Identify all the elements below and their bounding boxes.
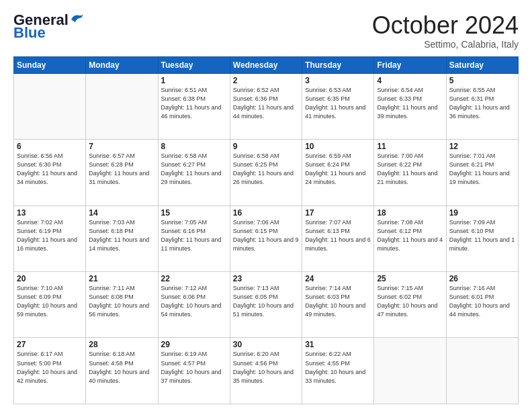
day-info: Sunrise: 6:51 AM Sunset: 6:38 PM Dayligh…	[161, 86, 227, 121]
day-number: 1	[161, 76, 227, 85]
day-info: Sunrise: 6:58 AM Sunset: 6:25 PM Dayligh…	[233, 152, 299, 187]
day-number: 2	[233, 76, 299, 85]
calendar-cell: 17Sunrise: 7:07 AM Sunset: 6:13 PM Dayli…	[302, 205, 374, 271]
calendar-cell: 9Sunrise: 6:58 AM Sunset: 6:25 PM Daylig…	[230, 140, 302, 205]
day-number: 11	[377, 142, 443, 151]
calendar-cell	[14, 73, 86, 139]
calendar-cell: 28Sunrise: 6:18 AM Sunset: 4:58 PM Dayli…	[86, 338, 158, 404]
day-number: 28	[89, 340, 154, 349]
day-info: Sunrise: 6:58 AM Sunset: 6:27 PM Dayligh…	[161, 152, 227, 187]
day-of-week-header: Tuesday	[158, 56, 230, 73]
day-info: Sunrise: 7:16 AM Sunset: 6:01 PM Dayligh…	[449, 284, 515, 319]
day-number: 10	[305, 142, 371, 151]
calendar-cell: 8Sunrise: 6:58 AM Sunset: 6:27 PM Daylig…	[158, 140, 230, 205]
day-info: Sunrise: 7:09 AM Sunset: 6:10 PM Dayligh…	[449, 218, 515, 253]
day-number: 22	[161, 274, 227, 283]
day-info: Sunrise: 7:14 AM Sunset: 6:03 PM Dayligh…	[305, 284, 371, 319]
day-number: 14	[89, 208, 154, 218]
header: General Blue October 2024 Settimo, Calab…	[13, 12, 519, 50]
calendar-week-row: 20Sunrise: 7:10 AM Sunset: 6:09 PM Dayli…	[14, 272, 519, 338]
day-number: 21	[89, 274, 154, 283]
day-info: Sunrise: 6:54 AM Sunset: 6:33 PM Dayligh…	[377, 86, 443, 121]
day-of-week-header: Thursday	[302, 56, 374, 73]
day-number: 9	[233, 142, 299, 151]
day-number: 23	[233, 274, 299, 283]
calendar-cell: 26Sunrise: 7:16 AM Sunset: 6:01 PM Dayli…	[446, 272, 518, 338]
calendar-week-row: 6Sunrise: 6:56 AM Sunset: 6:30 PM Daylig…	[14, 140, 519, 205]
day-info: Sunrise: 7:13 AM Sunset: 6:05 PM Dayligh…	[233, 284, 299, 319]
day-number: 20	[17, 274, 83, 283]
calendar-cell: 29Sunrise: 6:19 AM Sunset: 4:57 PM Dayli…	[158, 338, 230, 404]
calendar-cell: 23Sunrise: 7:13 AM Sunset: 6:05 PM Dayli…	[230, 272, 302, 338]
day-number: 16	[233, 208, 299, 218]
day-info: Sunrise: 6:59 AM Sunset: 6:24 PM Dayligh…	[305, 152, 371, 187]
day-number: 8	[161, 142, 227, 151]
calendar-cell: 7Sunrise: 6:57 AM Sunset: 6:28 PM Daylig…	[86, 140, 158, 205]
logo-bird-icon	[70, 13, 85, 25]
calendar-week-row: 13Sunrise: 7:02 AM Sunset: 6:19 PM Dayli…	[14, 205, 519, 271]
calendar-cell: 15Sunrise: 7:05 AM Sunset: 6:16 PM Dayli…	[158, 205, 230, 271]
day-info: Sunrise: 6:52 AM Sunset: 6:36 PM Dayligh…	[233, 86, 299, 121]
day-number: 26	[449, 274, 515, 283]
day-number: 3	[305, 76, 371, 85]
day-info: Sunrise: 6:53 AM Sunset: 6:35 PM Dayligh…	[305, 86, 371, 121]
day-info: Sunrise: 7:03 AM Sunset: 6:18 PM Dayligh…	[89, 218, 154, 253]
day-number: 13	[17, 208, 83, 218]
day-info: Sunrise: 7:11 AM Sunset: 6:08 PM Dayligh…	[89, 284, 154, 319]
day-info: Sunrise: 7:01 AM Sunset: 6:21 PM Dayligh…	[449, 152, 515, 187]
day-number: 25	[377, 274, 443, 283]
day-info: Sunrise: 7:05 AM Sunset: 6:16 PM Dayligh…	[161, 218, 227, 253]
month-title: October 2024	[372, 12, 519, 39]
calendar-cell: 19Sunrise: 7:09 AM Sunset: 6:10 PM Dayli…	[446, 205, 518, 271]
day-number: 17	[305, 208, 371, 218]
day-of-week-header: Monday	[86, 56, 158, 73]
calendar-cell: 30Sunrise: 6:20 AM Sunset: 4:56 PM Dayli…	[230, 338, 302, 404]
day-info: Sunrise: 7:00 AM Sunset: 6:22 PM Dayligh…	[377, 152, 443, 187]
calendar-header-row: SundayMondayTuesdayWednesdayThursdayFrid…	[14, 56, 519, 73]
calendar-cell: 12Sunrise: 7:01 AM Sunset: 6:21 PM Dayli…	[446, 140, 518, 205]
calendar-cell: 18Sunrise: 7:08 AM Sunset: 6:12 PM Dayli…	[374, 205, 446, 271]
calendar-cell: 21Sunrise: 7:11 AM Sunset: 6:08 PM Dayli…	[86, 272, 158, 338]
day-number: 6	[17, 142, 83, 151]
calendar-cell	[86, 73, 158, 139]
day-info: Sunrise: 7:02 AM Sunset: 6:19 PM Dayligh…	[17, 218, 83, 253]
calendar-cell: 11Sunrise: 7:00 AM Sunset: 6:22 PM Dayli…	[374, 140, 446, 205]
calendar-cell: 10Sunrise: 6:59 AM Sunset: 6:24 PM Dayli…	[302, 140, 374, 205]
day-number: 29	[161, 340, 227, 349]
day-info: Sunrise: 6:55 AM Sunset: 6:31 PM Dayligh…	[449, 86, 515, 121]
day-info: Sunrise: 7:08 AM Sunset: 6:12 PM Dayligh…	[377, 218, 443, 253]
day-number: 24	[305, 274, 371, 283]
logo: General Blue	[13, 12, 85, 40]
calendar-cell: 6Sunrise: 6:56 AM Sunset: 6:30 PM Daylig…	[14, 140, 86, 205]
calendar-cell: 22Sunrise: 7:12 AM Sunset: 6:06 PM Dayli…	[158, 272, 230, 338]
day-number: 19	[449, 208, 515, 218]
calendar-cell: 31Sunrise: 6:22 AM Sunset: 4:55 PM Dayli…	[302, 338, 374, 404]
day-of-week-header: Saturday	[446, 56, 518, 73]
day-number: 7	[89, 142, 154, 151]
calendar-cell	[446, 338, 518, 404]
location-subtitle: Settimo, Calabria, Italy	[372, 39, 519, 50]
day-number: 30	[233, 340, 299, 349]
day-info: Sunrise: 6:18 AM Sunset: 4:58 PM Dayligh…	[89, 350, 154, 385]
day-number: 4	[377, 76, 443, 85]
day-info: Sunrise: 7:15 AM Sunset: 6:02 PM Dayligh…	[377, 284, 443, 319]
day-info: Sunrise: 7:12 AM Sunset: 6:06 PM Dayligh…	[161, 284, 227, 319]
day-info: Sunrise: 7:07 AM Sunset: 6:13 PM Dayligh…	[305, 218, 371, 253]
calendar-cell: 20Sunrise: 7:10 AM Sunset: 6:09 PM Dayli…	[14, 272, 86, 338]
day-number: 12	[449, 142, 515, 151]
calendar-cell: 16Sunrise: 7:06 AM Sunset: 6:15 PM Dayli…	[230, 205, 302, 271]
day-number: 27	[17, 340, 83, 349]
day-info: Sunrise: 6:17 AM Sunset: 5:00 PM Dayligh…	[17, 350, 83, 385]
title-block: October 2024 Settimo, Calabria, Italy	[372, 12, 519, 50]
day-of-week-header: Wednesday	[230, 56, 302, 73]
page: General Blue October 2024 Settimo, Calab…	[0, 0, 532, 411]
calendar-cell: 25Sunrise: 7:15 AM Sunset: 6:02 PM Dayli…	[374, 272, 446, 338]
day-info: Sunrise: 6:22 AM Sunset: 4:55 PM Dayligh…	[305, 350, 371, 385]
calendar-cell: 24Sunrise: 7:14 AM Sunset: 6:03 PM Dayli…	[302, 272, 374, 338]
calendar-cell: 27Sunrise: 6:17 AM Sunset: 5:00 PM Dayli…	[14, 338, 86, 404]
calendar-cell: 4Sunrise: 6:54 AM Sunset: 6:33 PM Daylig…	[374, 73, 446, 139]
calendar-cell: 14Sunrise: 7:03 AM Sunset: 6:18 PM Dayli…	[86, 205, 158, 271]
day-number: 31	[305, 340, 371, 349]
calendar-cell	[374, 338, 446, 404]
calendar-week-row: 1Sunrise: 6:51 AM Sunset: 6:38 PM Daylig…	[14, 73, 519, 139]
